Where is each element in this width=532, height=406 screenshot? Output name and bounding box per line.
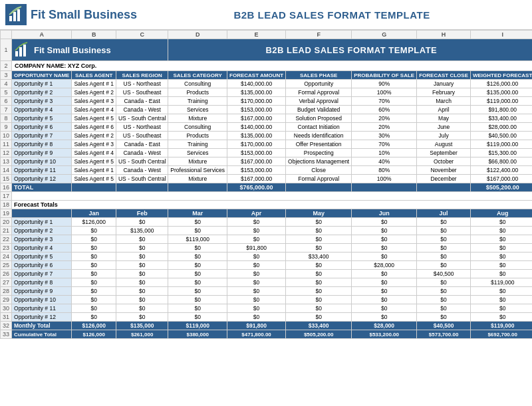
forecast-cell-r10-c6: $0	[352, 304, 417, 313]
forecast-cell-r3-c3: $0	[168, 244, 227, 253]
col-header-region: SALES REGION	[116, 71, 168, 80]
spreadsheet-title: B2B LEAD SALES FORMAT TEMPLATE	[168, 39, 532, 61]
forecast-row-11: 30Opportunity # 11$0$0$0$0$0$0$0$0$0$0$1…	[1, 304, 533, 313]
forecast-cell-r2-c4: $0	[227, 235, 286, 244]
cell-r8-c0: Opportunity # 5	[12, 114, 72, 123]
forecast-totals-label: Forecast Totals	[12, 201, 532, 209]
cell-r10-c0: Opportunity # 7	[12, 132, 72, 140]
row-3-headers: 3 OPPORTUNITY NAME SALES AGENT SALES REG…	[1, 71, 533, 80]
row-1: 1 Fit Small Business B2B LEAD SALES FORM…	[1, 39, 533, 61]
monthly-total-2: $135,000	[116, 322, 168, 330]
forecast-cell-r11-c7: $0	[417, 313, 471, 322]
forecast-cell-r3-c1: $0	[72, 244, 116, 253]
forecast-cell-r11-c3: $0	[168, 313, 227, 322]
forecast-cell-r0-c7: $0	[417, 218, 471, 227]
cell-r11-c6: 70%	[352, 140, 417, 149]
cell-r14-c1: Sales Agent # 1	[72, 166, 116, 175]
forecast-cell-r0-c4: $0	[227, 218, 286, 227]
forecast-cell-r7-c3: $0	[168, 278, 227, 287]
total-cell-4: $765,000.00	[227, 183, 286, 192]
logo: Fit Small Business	[5, 4, 137, 25]
col-header-sales-phase: SALES PHASE	[286, 71, 352, 80]
cell-r11-c0: Opportunity # 8	[12, 140, 72, 149]
svg-rect-5	[15, 51, 18, 56]
cell-r4-c7: January	[417, 80, 471, 88]
cell-r13-c1: Sales Agent # 5	[72, 157, 116, 166]
cell-r12-c2: Canada - West	[116, 149, 168, 157]
cell-r13-c3: Mixture	[168, 157, 227, 166]
cell-r4-c3: Consulting	[168, 80, 227, 88]
cell-r8-c3: Mixture	[168, 114, 227, 123]
forecast-row-10: 29Opportunity # 10$0$0$0$0$0$0$0$0$0$66,…	[1, 296, 533, 304]
cell-r11-c7: August	[417, 140, 471, 149]
svg-rect-3	[17, 9, 20, 21]
cumulative-total-3: $380,000	[168, 330, 227, 339]
cell-r6-c8: $119,000.00	[470, 97, 532, 106]
logo-icon	[5, 4, 27, 25]
forecast-cell-r3-c7: $0	[417, 244, 471, 253]
month-header-Jan: Jan	[72, 209, 116, 218]
cell-r15-c0: Opportunity # 12	[12, 175, 72, 183]
cell-r7-c8: $91,800.00	[470, 106, 532, 114]
forecast-month-header-row: 19JanFebMarAprMayJunJulAugSepOctNovDec	[1, 209, 533, 218]
forecast-cell-r10-c4: $0	[227, 304, 286, 313]
forecast-cell-r2-c0: Opportunity # 3	[12, 235, 72, 244]
cell-r11-c8: $119,000.00	[470, 140, 532, 149]
cell-r9-c3: Consulting	[168, 123, 227, 132]
cumulative-total-7: $573,700.00	[417, 330, 471, 339]
cell-r6-c3: Training	[168, 97, 227, 106]
data-row-10: 13Opportunity # 10Sales Agent # 5US - So…	[1, 157, 533, 166]
cell-r8-c6: 20%	[352, 114, 417, 123]
col-a: A	[12, 31, 72, 39]
forecast-cell-r9-c8: $0	[470, 296, 532, 304]
cell-r13-c4: $167,000.00	[227, 157, 286, 166]
cell-r12-c5: Prospecting	[286, 149, 352, 157]
cumulative-total-6: $533,200.00	[352, 330, 417, 339]
col-i: I	[470, 31, 532, 39]
cell-r5-c3: Products	[168, 88, 227, 97]
data-row-2: 5Opportunity # 2Sales Agent # 2US - Sout…	[1, 88, 533, 97]
cell-r4-c0: Opportunity # 1	[12, 80, 72, 88]
cell-r12-c8: $15,300.00	[470, 149, 532, 157]
data-row-8: 11Opportunity # 8Sales Agent # 3Canada -…	[1, 140, 533, 149]
forecast-cell-r1-c1: $0	[72, 227, 116, 235]
cell-r4-c1: Sales Agent # 1	[72, 80, 116, 88]
forecast-cell-r7-c0: Opportunity # 8	[12, 278, 72, 287]
forecast-cell-r8-c4: $0	[227, 287, 286, 296]
forecast-cell-r0-c5: $0	[286, 218, 352, 227]
month-header-Feb: Feb	[116, 209, 168, 218]
forecast-cell-r5-c3: $0	[168, 261, 227, 270]
cell-r10-c2: US - Southeast	[116, 132, 168, 140]
cell-r4-c6: 90%	[352, 80, 417, 88]
forecast-cell-r10-c5: $0	[286, 304, 352, 313]
cell-r4-c2: US - Northeast	[116, 80, 168, 88]
monthly-total-0: Monthly Total	[12, 322, 72, 330]
cell-r7-c6: 60%	[352, 106, 417, 114]
col-f: F	[286, 31, 352, 39]
cell-r4-c5: Opportunity	[286, 80, 352, 88]
svg-rect-7	[23, 45, 26, 56]
cell-r8-c8: $33,400.00	[470, 114, 532, 123]
col-letter	[1, 31, 12, 39]
svg-rect-6	[19, 47, 22, 56]
forecast-cell-r3-c4: $91,800	[227, 244, 286, 253]
col-header-probability: PROBABILITY OF SALE	[352, 71, 417, 80]
forecast-cell-r0-c0: Opportunity # 1	[12, 218, 72, 227]
main-table: A B C D E F G H I J K L M 1	[0, 30, 532, 339]
forecast-cell-r7-c6: $0	[352, 278, 417, 287]
forecast-cell-r11-c4: $0	[227, 313, 286, 322]
forecast-cell-r11-c2: $0	[116, 313, 168, 322]
cell-r6-c0: Opportunity # 3	[12, 97, 72, 106]
header: Fit Small Business B2B LEAD SALES FORMAT…	[0, 0, 532, 30]
cell-r13-c5: Objections Management	[286, 157, 352, 166]
cell-r13-c0: Opportunity # 10	[12, 157, 72, 166]
cell-r8-c7: May	[417, 114, 471, 123]
data-row-6: 9Opportunity # 6Sales Agent # 6US - Nort…	[1, 123, 533, 132]
forecast-cell-r4-c1: $0	[72, 253, 116, 261]
col-header-forecast-amount: FORECAST AMOUNT	[227, 71, 286, 80]
monthly-total-3: $119,000	[168, 322, 227, 330]
forecast-cell-r0-c6: $0	[352, 218, 417, 227]
forecast-cell-r4-c8: $0	[470, 253, 532, 261]
forecast-cell-r6-c4: $0	[227, 270, 286, 278]
cell-r9-c2: US - Northeast	[116, 123, 168, 132]
